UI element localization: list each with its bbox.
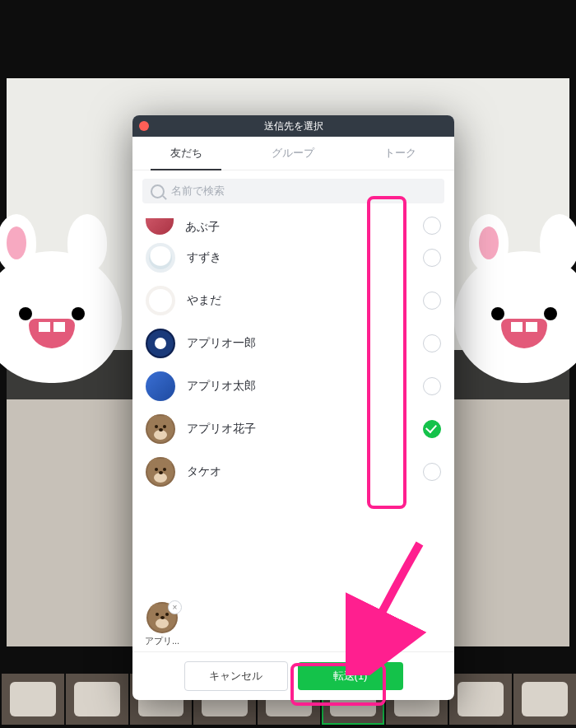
search-icon: [151, 184, 165, 198]
friend-row[interactable]: アプリオ一郎: [132, 322, 454, 365]
share-dialog: 送信先を選択 友だちグループトーク 名前で検索 あぶ子すずきやまだアプリオ一郎ア…: [132, 115, 454, 700]
friend-name: タケオ: [187, 464, 423, 479]
cancel-button[interactable]: キャンセル: [184, 661, 288, 691]
friend-row[interactable]: アプリオ花子: [132, 408, 454, 450]
search-input[interactable]: 名前で検索: [142, 179, 444, 203]
chip-label: アプリ...: [145, 635, 179, 647]
select-radio[interactable]: [423, 377, 441, 395]
friend-row[interactable]: すずき: [132, 236, 454, 279]
avatar: [146, 218, 174, 235]
dialog-title: 送信先を選択: [264, 119, 323, 133]
friend-name: アプリオ太郎: [187, 379, 423, 394]
select-radio[interactable]: [423, 420, 441, 438]
friend-name: やまだ: [187, 293, 423, 308]
avatar: [146, 243, 175, 273]
friend-row[interactable]: やまだ: [132, 279, 454, 322]
avatar: [146, 329, 175, 358]
friend-row[interactable]: あぶ子: [132, 212, 454, 236]
select-radio[interactable]: [423, 292, 441, 310]
selected-recipients: × アプリ...: [132, 600, 454, 651]
select-radio[interactable]: [423, 334, 441, 352]
select-radio[interactable]: [423, 217, 441, 235]
avatar: [146, 371, 175, 401]
avatar: [146, 414, 175, 444]
select-radio[interactable]: [423, 249, 441, 267]
dialog-titlebar: 送信先を選択: [132, 115, 454, 137]
friend-name: あぶ子: [185, 220, 423, 235]
avatar: [146, 457, 175, 487]
search-placeholder: 名前で検索: [171, 184, 225, 198]
avatar: [146, 286, 175, 315]
tab-friends[interactable]: 友だち: [132, 137, 239, 170]
remove-chip-icon[interactable]: ×: [168, 600, 182, 614]
thumbnail[interactable]: [449, 674, 512, 725]
thumbnail[interactable]: [513, 674, 576, 725]
thumbnail[interactable]: [2, 674, 64, 725]
tab-talks[interactable]: トーク: [347, 137, 454, 170]
friend-row[interactable]: タケオ: [132, 450, 454, 493]
friend-name: アプリオ花子: [187, 422, 423, 436]
select-radio[interactable]: [423, 463, 441, 481]
tab-groups[interactable]: グループ: [239, 137, 346, 170]
thumbnail[interactable]: [66, 674, 128, 725]
friend-name: すずき: [187, 250, 423, 265]
dialog-footer: キャンセル 転送(1): [132, 651, 454, 700]
share-tabs: 友だちグループトーク: [132, 137, 454, 170]
recipient-chip[interactable]: × アプリ...: [144, 602, 180, 647]
friend-name: アプリオ一郎: [187, 336, 423, 351]
close-window-dot[interactable]: [139, 121, 149, 131]
send-button[interactable]: 転送(1): [298, 662, 403, 690]
friend-row[interactable]: アプリオ太郎: [132, 365, 454, 408]
friend-list[interactable]: あぶ子すずきやまだアプリオ一郎アプリオ太郎アプリオ花子タケオ: [132, 212, 454, 600]
